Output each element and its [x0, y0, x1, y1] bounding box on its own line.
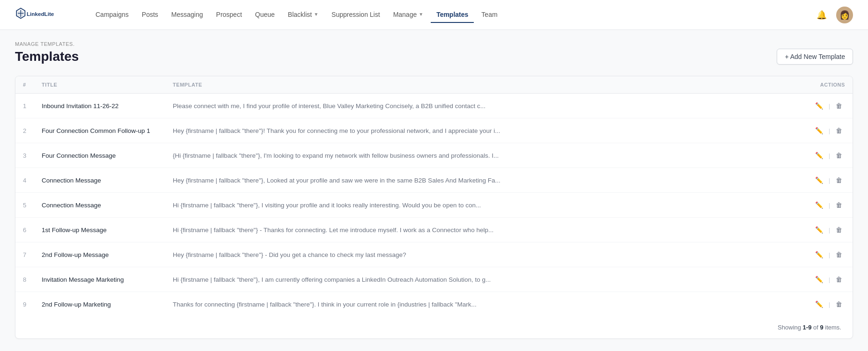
- delete-button[interactable]: 🗑: [833, 224, 845, 235]
- action-divider: |: [829, 202, 831, 209]
- nav-queue[interactable]: Queue: [250, 7, 280, 23]
- row-template: {Hi {firstname | fallback "there"}, I'm …: [165, 143, 805, 168]
- col-header-num: #: [15, 76, 34, 94]
- nav-campaigns[interactable]: Campaigns: [90, 7, 134, 23]
- table-row: 2 Four Connection Common Follow-up 1 Hey…: [15, 118, 853, 143]
- nav-manage[interactable]: Manage ▼: [388, 7, 429, 23]
- row-actions: ✏️ | 🗑: [805, 292, 853, 317]
- table-row: 6 1st Follow-up Message Hi {firstname | …: [15, 218, 853, 242]
- delete-button[interactable]: 🗑: [833, 299, 845, 310]
- delete-button[interactable]: 🗑: [833, 249, 845, 260]
- edit-button[interactable]: ✏️: [812, 274, 826, 285]
- edit-button[interactable]: ✏️: [812, 125, 826, 136]
- row-title: Connection Message: [34, 168, 165, 193]
- row-num: 1: [15, 94, 34, 118]
- edit-button[interactable]: ✏️: [812, 175, 826, 186]
- row-template: Hey {firstname | fallback "there"}! Than…: [165, 118, 805, 143]
- nav-blacklist[interactable]: Blacklist ▼: [282, 7, 324, 23]
- row-actions: ✏️ | 🗑: [805, 118, 853, 143]
- table-row: 7 2nd Follow-up Message Hey {firstname |…: [15, 242, 853, 267]
- edit-button[interactable]: ✏️: [812, 224, 826, 235]
- header-right: 🔔 👩: [815, 7, 853, 23]
- row-actions: ✏️ | 🗑: [805, 267, 853, 292]
- nav-posts[interactable]: Posts: [136, 7, 164, 23]
- table-header-row: # TITLE TEMPLATE ACTIONS: [15, 76, 853, 94]
- table-row: 1 Inbound Invitation 11-26-22 Please con…: [15, 94, 853, 118]
- page-title: Templates: [15, 49, 79, 64]
- action-divider: |: [829, 102, 831, 110]
- delete-button[interactable]: 🗑: [833, 274, 845, 285]
- nav-suppression-list[interactable]: Suppression List: [326, 7, 386, 23]
- table-row: 8 Invitation Message Marketing Hi {first…: [15, 267, 853, 292]
- delete-button[interactable]: 🗑: [833, 100, 845, 111]
- chevron-down-icon: ▼: [314, 12, 318, 17]
- logo[interactable]: LinkedLite: [15, 7, 71, 23]
- pagination-text: Showing 1-9 of 9 items.: [778, 324, 841, 331]
- svg-text:LinkedLite: LinkedLite: [27, 10, 54, 16]
- row-title: 2nd Follow-up Marketing: [34, 292, 165, 317]
- notifications-button[interactable]: 🔔: [815, 8, 829, 22]
- page-content: MANAGE TEMPLATES. Templates + Add New Te…: [0, 30, 868, 350]
- edit-button[interactable]: ✏️: [812, 100, 826, 111]
- row-actions: ✏️ | 🗑: [805, 218, 853, 242]
- row-title: Four Connection Message: [34, 143, 165, 168]
- row-actions: ✏️ | 🗑: [805, 168, 853, 193]
- table-row: 9 2nd Follow-up Marketing Thanks for con…: [15, 292, 853, 317]
- row-title: 1st Follow-up Message: [34, 218, 165, 242]
- avatar[interactable]: 👩: [836, 7, 853, 23]
- nav-messaging[interactable]: Messaging: [166, 7, 209, 23]
- row-actions: ✏️ | 🗑: [805, 143, 853, 168]
- edit-button[interactable]: ✏️: [812, 199, 826, 211]
- row-num: 2: [15, 118, 34, 143]
- action-divider: |: [829, 251, 831, 258]
- row-title: Inbound Invitation 11-26-22: [34, 94, 165, 118]
- chevron-down-icon: ▼: [419, 12, 423, 17]
- row-actions: ✏️ | 🗑: [805, 242, 853, 267]
- table-row: 5 Connection Message Hi {firstname | fal…: [15, 193, 853, 218]
- edit-button[interactable]: ✏️: [812, 249, 826, 260]
- pagination-range: 1-9: [803, 324, 812, 331]
- delete-button[interactable]: 🗑: [833, 199, 845, 211]
- templates-table-card: # TITLE TEMPLATE ACTIONS 1 Inbound Invit…: [15, 76, 853, 339]
- action-divider: |: [829, 177, 831, 184]
- edit-button[interactable]: ✏️: [812, 150, 826, 161]
- pagination-total: 9: [820, 324, 823, 331]
- add-template-button[interactable]: + Add New Template: [777, 49, 853, 65]
- templates-table: # TITLE TEMPLATE ACTIONS 1 Inbound Invit…: [15, 76, 853, 316]
- col-header-title: TITLE: [34, 76, 165, 94]
- row-template: Hey {firstname | fallback "there"}, Look…: [165, 168, 805, 193]
- table-row: 4 Connection Message Hey {firstname | fa…: [15, 168, 853, 193]
- row-template: Hi {firstname | fallback "there"}, I am …: [165, 267, 805, 292]
- page-header: Templates + Add New Template: [15, 49, 853, 65]
- action-divider: |: [829, 276, 831, 283]
- row-num: 9: [15, 292, 34, 317]
- row-title: Connection Message: [34, 193, 165, 218]
- action-divider: |: [829, 301, 831, 308]
- row-num: 6: [15, 218, 34, 242]
- delete-button[interactable]: 🗑: [833, 125, 845, 136]
- row-num: 8: [15, 267, 34, 292]
- row-num: 4: [15, 168, 34, 193]
- nav-templates[interactable]: Templates: [431, 7, 474, 23]
- main-nav: Campaigns Posts Messaging Prospect Queue…: [90, 7, 815, 23]
- row-title: 2nd Follow-up Message: [34, 242, 165, 267]
- nav-team[interactable]: Team: [476, 7, 503, 23]
- delete-button[interactable]: 🗑: [833, 150, 845, 161]
- row-template: Please connect with me, I find your prof…: [165, 94, 805, 118]
- row-title: Four Connection Common Follow-up 1: [34, 118, 165, 143]
- col-header-template: TEMPLATE: [165, 76, 805, 94]
- row-actions: ✏️ | 🗑: [805, 94, 853, 118]
- page-manage-label: MANAGE TEMPLATES.: [15, 41, 853, 47]
- pagination-bar: Showing 1-9 of 9 items.: [15, 316, 853, 338]
- edit-button[interactable]: ✏️: [812, 299, 826, 310]
- table-body: 1 Inbound Invitation 11-26-22 Please con…: [15, 94, 853, 317]
- row-num: 3: [15, 143, 34, 168]
- row-template: Hi {firstname | fallback "there"}, I vis…: [165, 193, 805, 218]
- row-template: Hey {firstname | fallback "there"} - Did…: [165, 242, 805, 267]
- action-divider: |: [829, 127, 831, 134]
- row-title: Invitation Message Marketing: [34, 267, 165, 292]
- row-actions: ✏️ | 🗑: [805, 193, 853, 218]
- delete-button[interactable]: 🗑: [833, 175, 845, 186]
- nav-prospect[interactable]: Prospect: [211, 7, 248, 23]
- row-num: 5: [15, 193, 34, 218]
